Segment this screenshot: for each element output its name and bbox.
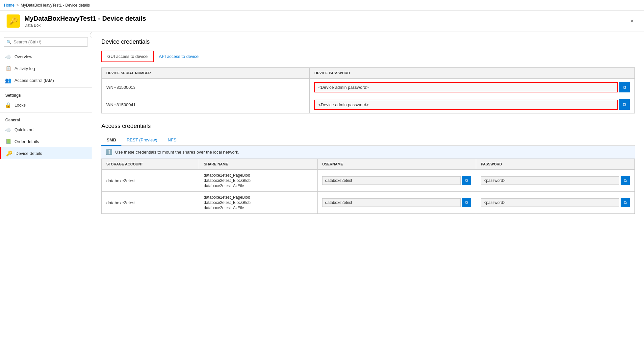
- sidebar-item-label: Order details: [14, 139, 39, 144]
- key-icon: 🔑: [9, 17, 18, 25]
- password-input-1[interactable]: [314, 82, 618, 92]
- sidebar-item-locks[interactable]: 🔒 Locks: [0, 99, 92, 111]
- col-username: USERNAME: [318, 159, 476, 170]
- sidebar-item-label: Device details: [15, 151, 42, 156]
- device-details-icon: 🔑: [6, 150, 12, 156]
- lock-icon: 🔒: [5, 102, 11, 108]
- tab-gui-access[interactable]: GUI access to device: [101, 51, 154, 62]
- access-credential-tabs: SMB REST (Preview) NFS: [101, 135, 635, 146]
- username-cell-2: ⧉: [318, 192, 476, 214]
- copy-password-ac-btn-1[interactable]: ⧉: [621, 176, 630, 185]
- table-row: databoxe2etest databoxe2etest_PageBlob d…: [102, 192, 635, 214]
- password-ac-field-2: ⧉: [481, 198, 630, 207]
- username-cell-1: ⧉: [318, 170, 476, 192]
- col-password-ac: PASSWORD: [476, 159, 635, 170]
- copy-icon-2: ⧉: [623, 102, 626, 108]
- tab-api-access[interactable]: API access to device: [154, 51, 204, 62]
- sidebar-item-device-details[interactable]: 🔑 Device details: [0, 147, 92, 159]
- username-input-1[interactable]: [322, 176, 461, 185]
- sidebar-item-label: Locks: [14, 103, 26, 108]
- iam-icon: 👥: [5, 77, 11, 83]
- breadcrumb-home[interactable]: Home: [4, 3, 14, 8]
- sidebar-item-activity-log[interactable]: 📋 Activity log: [0, 62, 92, 74]
- copy-icon-u1: ⧉: [465, 178, 468, 183]
- breadcrumb: Home > MyDataBoxHeavyTest1 - Device deta…: [0, 0, 644, 11]
- storage-account-2: databoxe2etest: [102, 192, 199, 214]
- general-header: General: [0, 114, 92, 124]
- col-share-name: SHARE NAME: [199, 159, 318, 170]
- username-input-2[interactable]: [322, 198, 461, 207]
- share-name-list-1: databoxe2etest_PageBlob databoxe2etest_B…: [204, 173, 313, 188]
- access-credentials-table: STORAGE ACCOUNT SHARE NAME USERNAME PASS…: [101, 159, 635, 214]
- share-name-1b: databoxe2etest_BlockBlob: [204, 178, 313, 183]
- header-text: MyDataBoxHeavyTest1 - Device details Dat…: [24, 15, 146, 28]
- activity-log-icon: 📋: [5, 65, 11, 71]
- copy-icon-p2: ⧉: [624, 200, 627, 205]
- sidebar: 🔍 « ☁️ Overview 📋 Activity log 👥 Access …: [0, 32, 92, 344]
- password-cell-1: ⧉: [310, 79, 635, 96]
- quickstart-icon: ☁️: [5, 127, 11, 133]
- password-ac-field-1: ⧉: [481, 176, 630, 185]
- col-serial: DEVICE SERIAL NUMBER: [102, 68, 310, 79]
- device-credentials-table: DEVICE SERIAL NUMBER DEVICE PASSWORD WNH…: [101, 67, 635, 113]
- sidebar-item-order-details[interactable]: 📗 Order details: [0, 136, 92, 147]
- settings-header: Settings: [0, 89, 92, 99]
- storage-account-1: databoxe2etest: [102, 170, 199, 192]
- search-container: 🔍: [4, 37, 88, 47]
- serial-number-2: WNH81500041: [102, 96, 310, 113]
- password-input-2[interactable]: [314, 100, 618, 110]
- share-name-list-2: databoxe2etest_PageBlob databoxe2etest_B…: [204, 195, 313, 210]
- sidebar-item-quickstart[interactable]: ☁️ Quickstart: [0, 124, 92, 136]
- device-credential-tabs: GUI access to device API access to devic…: [101, 51, 635, 62]
- password-field-1: ⧉: [314, 82, 630, 92]
- password-cell-2: ⧉: [310, 96, 635, 113]
- header-panel: 🔑 MyDataBoxHeavyTest1 - Device details D…: [0, 11, 644, 32]
- serial-number-1: WNH81500013: [102, 79, 310, 96]
- table-row: WNH81500041 ⧉: [102, 96, 635, 113]
- search-icon: 🔍: [7, 40, 12, 44]
- copy-icon-1: ⧉: [623, 85, 626, 90]
- table-row: databoxe2etest databoxe2etest_PageBlob d…: [102, 170, 635, 192]
- sidebar-item-label: Overview: [14, 54, 32, 59]
- username-field-2: ⧉: [322, 198, 471, 207]
- sidebar-item-label: Quickstart: [14, 127, 34, 132]
- close-button[interactable]: ×: [627, 16, 637, 26]
- table-row: WNH81500013 ⧉: [102, 79, 635, 96]
- copy-password-ac-btn-2[interactable]: ⧉: [621, 198, 630, 207]
- divider-settings: [0, 87, 92, 88]
- password-ac-input-1[interactable]: [481, 176, 619, 185]
- share-name-1a: databoxe2etest_PageBlob: [204, 173, 313, 178]
- sidebar-item-access-control[interactable]: 👥 Access control (IAM): [0, 74, 92, 86]
- info-message: Use these credentials to mount the share…: [115, 150, 239, 155]
- tab-smb[interactable]: SMB: [101, 135, 121, 146]
- copy-password-btn-2[interactable]: ⧉: [619, 99, 630, 110]
- breadcrumb-current: MyDataBoxHeavyTest1 - Device details: [21, 3, 90, 8]
- access-credentials-title: Access credentials: [101, 123, 635, 130]
- info-banner: ℹ️ Use these credentials to mount the sh…: [101, 146, 635, 159]
- tab-nfs[interactable]: NFS: [163, 135, 182, 146]
- password-ac-cell-2: ⧉: [476, 192, 635, 214]
- breadcrumb-separator: >: [16, 3, 19, 8]
- header-icon: 🔑: [7, 14, 20, 28]
- col-password: DEVICE PASSWORD: [310, 68, 635, 79]
- copy-username-btn-1[interactable]: ⧉: [462, 176, 471, 185]
- share-name-2c: databoxe2etest_AzFile: [204, 206, 313, 210]
- info-icon: ℹ️: [106, 149, 113, 155]
- device-credentials-title: Device credentials: [101, 38, 635, 45]
- order-icon: 📗: [5, 138, 11, 144]
- share-names-1: databoxe2etest_PageBlob databoxe2etest_B…: [199, 170, 318, 192]
- password-ac-input-2[interactable]: [481, 198, 619, 207]
- main-content: Device credentials GUI access to device …: [92, 32, 644, 344]
- tab-rest[interactable]: REST (Preview): [121, 135, 163, 146]
- copy-icon-p1: ⧉: [624, 178, 627, 183]
- sidebar-collapse-button[interactable]: «: [90, 32, 92, 38]
- sidebar-item-overview[interactable]: ☁️ Overview: [0, 51, 92, 62]
- share-name-1c: databoxe2etest_AzFile: [204, 184, 313, 188]
- password-field-2: ⧉: [314, 99, 630, 110]
- search-input[interactable]: [4, 37, 88, 47]
- header-left: 🔑 MyDataBoxHeavyTest1 - Device details D…: [7, 14, 146, 28]
- copy-username-btn-2[interactable]: ⧉: [462, 198, 471, 207]
- copy-password-btn-1[interactable]: ⧉: [619, 82, 630, 92]
- sidebar-item-label: Access control (IAM): [14, 78, 54, 83]
- password-ac-cell-1: ⧉: [476, 170, 635, 192]
